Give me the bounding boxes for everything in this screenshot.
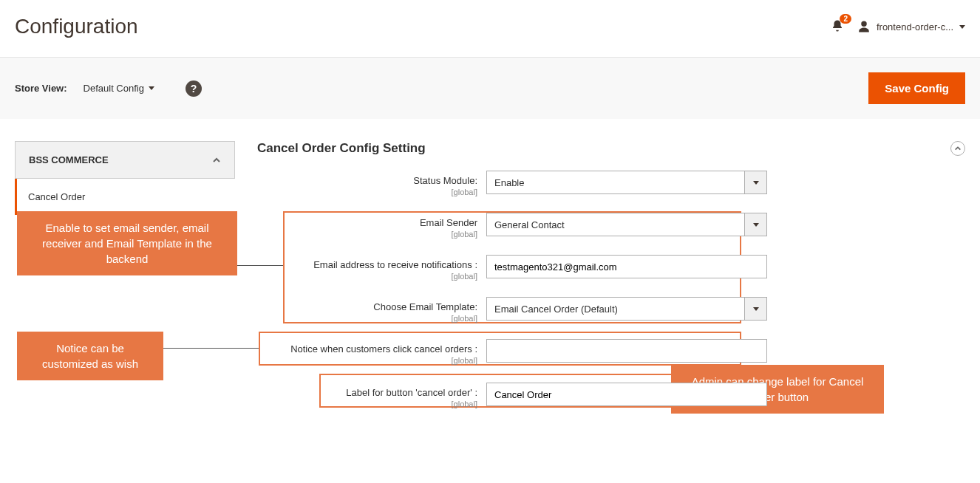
email-template-label: Choose Email Template: [373,301,477,312]
scope-label: [global] [257,314,477,323]
status-module-label: Status Module: [413,175,477,186]
collapse-icon[interactable] [950,141,965,156]
chevron-down-icon [745,213,767,236]
store-view-value: Default Config [84,83,144,94]
notice-input[interactable] [486,339,767,363]
select-value: General Contact [486,213,745,236]
page-title: Configuration [15,15,138,38]
scope-label: [global] [257,356,477,365]
sidebar-group-bss[interactable]: BSS COMMERCE [15,141,235,179]
toolbar-left: Store View: Default Config ? [15,80,202,97]
page-header: Configuration 2 frontend-order-c... [0,0,980,57]
email-receive-input[interactable] [486,255,767,278]
field-email-template: Choose Email Template: [global] Email Ca… [257,297,965,323]
email-receive-label: Email address to receive notifications : [313,259,477,270]
store-view-label: Store View: [15,83,67,94]
notification-badge: 2 [840,14,851,24]
config-sidebar: BSS COMMERCE Cancel Order [15,141,235,215]
chevron-down-icon [745,297,767,321]
select-value: Email Cancel Order (Default) [486,297,745,321]
save-config-button[interactable]: Save Config [868,72,965,104]
sidebar-group-title: BSS COMMERCE [29,154,109,165]
config-form: Enable to set email sender, email receiv… [257,171,965,408]
chevron-down-icon [149,86,154,90]
select-value: Enable [486,171,745,194]
field-button-label: Label for button 'cancel order' : [globa… [257,383,965,408]
sidebar-item-cancel-order[interactable]: Cancel Order [15,179,235,215]
scope-label: [global] [257,400,477,408]
section-title: Cancel Order Config Setting [257,141,426,156]
toolbar: Store View: Default Config ? Save Config [0,57,980,119]
email-sender-select[interactable]: General Contact [486,213,767,236]
email-sender-label: Email Sender [420,217,477,228]
scope-label: [global] [257,272,477,281]
user-icon [857,20,871,33]
field-email-sender: Email Sender [global] General Contact [257,213,965,239]
store-view-select[interactable]: Default Config [84,83,154,94]
annotation-1: Enable to set email sender, email receiv… [17,211,237,275]
user-menu[interactable]: frontend-order-c... [857,20,965,33]
section-header[interactable]: Cancel Order Config Setting [257,141,965,171]
help-icon[interactable]: ? [186,80,202,97]
chevron-down-icon [745,171,767,194]
chevron-down-icon [959,25,965,29]
scope-label: [global] [257,188,477,196]
username-label: frontend-order-c... [877,21,953,32]
notice-label: Notice when customers click cancel order… [290,343,477,354]
scope-label: [global] [257,230,477,239]
email-template-select[interactable]: Email Cancel Order (Default) [486,297,767,321]
chevron-up-icon [212,156,221,165]
status-module-select[interactable]: Enable [486,171,767,194]
field-email-receive: Email address to receive notifications :… [257,255,965,281]
annotation-2: Notice can be customized as wish [17,332,163,380]
button-label-input[interactable] [486,383,767,406]
config-main: Cancel Order Config Setting Enable to se… [257,141,965,408]
field-notice: Notice when customers click cancel order… [257,339,965,365]
content: BSS COMMERCE Cancel Order Cancel Order C… [0,119,980,438]
header-actions: 2 frontend-order-c... [831,19,965,35]
field-status-module: Status Module: [global] Enable [257,171,965,196]
annotation-connector-2 [163,348,259,349]
notifications-button[interactable]: 2 [831,19,844,35]
button-label-label: Label for button 'cancel order' : [346,387,477,398]
